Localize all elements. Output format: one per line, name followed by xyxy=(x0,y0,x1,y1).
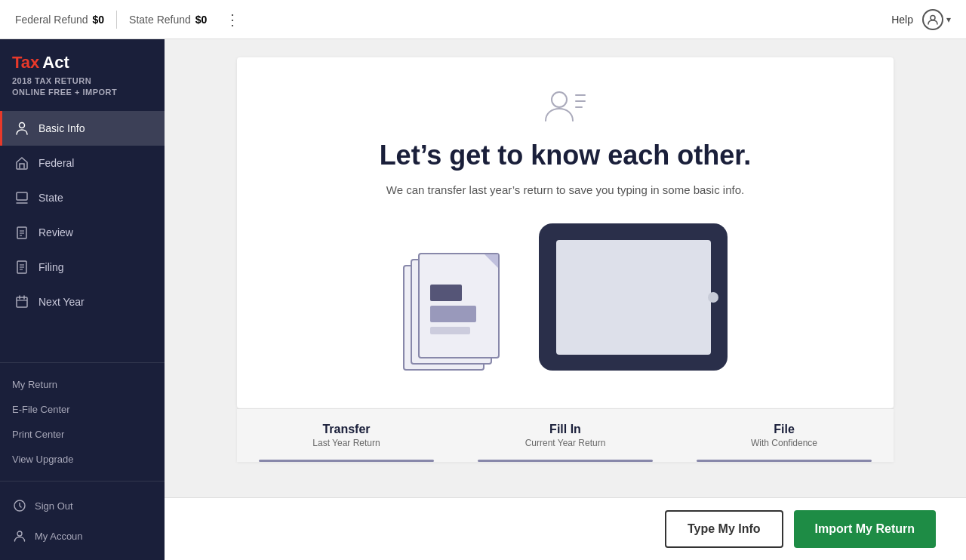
sidebar-item-filing[interactable]: Filing xyxy=(0,250,165,285)
more-options-button[interactable]: ⋮ xyxy=(219,8,246,32)
brand-subtitle: 2018 TAX RETURN ONLINE FREE + IMPORT xyxy=(12,75,152,99)
tablet-button xyxy=(708,292,718,303)
state-refund-label: State Refund xyxy=(129,14,191,26)
sidebar-item-federal-label: Federal xyxy=(38,157,74,169)
step-fill-in-sub: Current Year Return xyxy=(471,438,660,448)
home-icon xyxy=(14,155,29,171)
user-avatar-icon xyxy=(922,9,943,30)
state-refund-amount: $0 xyxy=(195,14,208,26)
user-menu[interactable]: ▾ xyxy=(922,9,951,30)
sign-out-button[interactable]: Sign Out xyxy=(0,491,165,521)
print-center-link[interactable]: Print Center xyxy=(0,422,165,447)
sidebar-item-review-label: Review xyxy=(38,226,73,238)
import-my-return-button[interactable]: Import My Return xyxy=(794,510,936,548)
step-file-sub: With Confidence xyxy=(690,438,878,448)
card-title: Let’s get to know each other. xyxy=(282,139,848,171)
sign-out-icon xyxy=(12,498,27,513)
sidebar-item-next-year[interactable]: Next Year xyxy=(0,285,165,319)
federal-refund-amount: $0 xyxy=(93,14,105,26)
step-file-label: File xyxy=(690,423,878,436)
document-icon xyxy=(14,260,29,275)
sidebar-nav: Basic Info Federal xyxy=(0,108,165,362)
brand-logo: TaxAct xyxy=(12,53,152,72)
svg-point-17 xyxy=(17,531,22,536)
sidebar-item-basic-info[interactable]: Basic Info xyxy=(0,111,165,146)
tablet-illustration xyxy=(539,223,728,371)
brand: TaxAct 2018 TAX RETURN ONLINE FREE + IMP… xyxy=(0,39,165,108)
step-fill-in-label: Fill In xyxy=(471,423,660,436)
federal-refund-label: Federal Refund xyxy=(15,14,88,26)
sign-out-label: Sign Out xyxy=(35,500,73,512)
steps-bar: Transfer Last Year Return Fill In Curren… xyxy=(237,408,894,462)
sidebar-item-filing-label: Filing xyxy=(38,261,63,273)
my-return-link[interactable]: My Return xyxy=(0,372,165,397)
brand-act: Act xyxy=(42,53,69,72)
account-icon xyxy=(12,528,27,543)
step-transfer: Transfer Last Year Return xyxy=(237,409,456,462)
doc-bars xyxy=(430,285,488,334)
sidebar-links: My Return E-File Center Print Center Vie… xyxy=(0,362,165,481)
doc-bar-mid xyxy=(430,306,476,322)
content: Let’s get to know each other. We can tra… xyxy=(165,39,966,560)
illustrations xyxy=(282,223,848,371)
svg-rect-12 xyxy=(17,297,27,307)
svg-point-18 xyxy=(552,92,567,107)
step-transfer-sub: Last Year Return xyxy=(252,438,441,448)
card-person-icon xyxy=(282,88,848,125)
svg-point-1 xyxy=(20,122,25,128)
step-transfer-label: Transfer xyxy=(252,423,441,436)
doc-bar-tall xyxy=(430,285,462,301)
step-fill-in: Fill In Current Year Return xyxy=(456,409,675,462)
footer-bar: Type My Info Import My Return xyxy=(165,497,966,560)
flag-icon xyxy=(14,190,29,205)
svg-point-0 xyxy=(931,15,935,20)
sidebar-item-basic-info-label: Basic Info xyxy=(38,122,85,134)
clipboard-icon xyxy=(14,225,29,240)
main-layout: TaxAct 2018 TAX RETURN ONLINE FREE + IMP… xyxy=(0,39,966,560)
topbar: Federal Refund $0 State Refund $0 ⋮ Help… xyxy=(0,0,966,39)
step-file: File With Confidence xyxy=(675,409,894,462)
help-link[interactable]: Help xyxy=(891,14,913,26)
sidebar-item-review[interactable]: Review xyxy=(0,215,165,250)
topbar-left: Federal Refund $0 State Refund $0 ⋮ xyxy=(15,8,246,32)
sidebar: TaxAct 2018 TAX RETURN ONLINE FREE + IMP… xyxy=(0,39,165,560)
svg-rect-2 xyxy=(17,192,27,200)
my-account-button[interactable]: My Accoun xyxy=(0,521,165,551)
main-card: Let’s get to know each other. We can tra… xyxy=(237,57,894,408)
federal-refund: Federal Refund $0 xyxy=(15,14,104,26)
chevron-down-icon: ▾ xyxy=(946,14,951,25)
person-icon xyxy=(14,121,29,136)
sidebar-item-state-label: State xyxy=(38,192,63,204)
doc-bar-short xyxy=(430,327,470,334)
sidebar-item-next-year-label: Next Year xyxy=(38,296,85,308)
content-inner: Let’s get to know each other. We can tra… xyxy=(165,39,966,497)
calendar-icon xyxy=(14,294,29,309)
tablet-screen xyxy=(556,240,711,355)
view-upgrade-link[interactable]: View Upgrade xyxy=(0,447,165,472)
document-stack-illustration xyxy=(403,238,509,371)
sidebar-item-federal[interactable]: Federal xyxy=(0,146,165,180)
doc-page-3 xyxy=(418,253,500,358)
topbar-right: Help ▾ xyxy=(891,9,951,30)
sidebar-bottom: Sign Out My Accoun xyxy=(0,481,165,560)
type-my-info-button[interactable]: Type My Info xyxy=(665,510,783,548)
sidebar-item-state[interactable]: State xyxy=(0,180,165,215)
state-refund: State Refund $0 xyxy=(129,14,207,26)
efile-center-link[interactable]: E-File Center xyxy=(0,397,165,422)
topbar-divider xyxy=(116,11,117,29)
brand-tax: Tax xyxy=(12,53,39,72)
card-subtitle: We can transfer last year’s return to sa… xyxy=(282,183,848,196)
my-account-label: My Accoun xyxy=(35,531,83,542)
